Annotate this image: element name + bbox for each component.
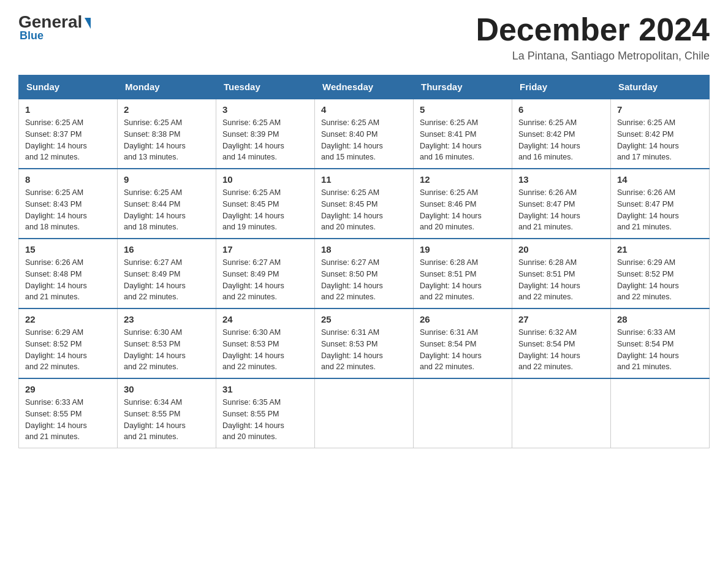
calendar-day-cell: 8 Sunrise: 6:25 AMSunset: 8:43 PMDayligh…	[19, 169, 118, 239]
day-number: 26	[420, 314, 506, 324]
calendar-day-cell: 29 Sunrise: 6:33 AMSunset: 8:55 PMDaylig…	[19, 378, 118, 448]
day-number: 11	[321, 174, 407, 185]
day-info: Sunrise: 6:30 AMSunset: 8:53 PMDaylight:…	[222, 328, 284, 371]
calendar-day-cell	[512, 378, 611, 448]
calendar-day-cell: 31 Sunrise: 6:35 AMSunset: 8:55 PMDaylig…	[216, 378, 315, 448]
day-info: Sunrise: 6:28 AMSunset: 8:51 PMDaylight:…	[518, 258, 580, 301]
calendar-day-cell: 3 Sunrise: 6:25 AMSunset: 8:39 PMDayligh…	[216, 99, 315, 169]
calendar-day-cell: 5 Sunrise: 6:25 AMSunset: 8:41 PMDayligh…	[414, 99, 512, 169]
calendar-day-cell: 30 Sunrise: 6:34 AMSunset: 8:55 PMDaylig…	[118, 378, 216, 448]
day-info: Sunrise: 6:26 AMSunset: 8:47 PMDaylight:…	[518, 188, 580, 231]
logo-subtitle: Blue	[20, 29, 44, 42]
calendar-day-cell: 24 Sunrise: 6:30 AMSunset: 8:53 PMDaylig…	[216, 308, 315, 378]
day-number: 10	[222, 174, 308, 185]
day-number: 20	[518, 244, 604, 255]
location-subtitle: La Pintana, Santiago Metropolitan, Chile	[476, 50, 710, 63]
day-number: 29	[25, 384, 111, 394]
calendar-day-cell: 23 Sunrise: 6:30 AMSunset: 8:53 PMDaylig…	[118, 308, 216, 378]
day-info: Sunrise: 6:32 AMSunset: 8:54 PMDaylight:…	[518, 328, 580, 371]
calendar-week-row: 15 Sunrise: 6:26 AMSunset: 8:48 PMDaylig…	[19, 239, 710, 308]
calendar-day-cell	[611, 378, 710, 448]
logo-triangle-icon	[85, 18, 91, 29]
weekday-header-sunday: Sunday	[19, 75, 118, 99]
day-info: Sunrise: 6:25 AMSunset: 8:42 PMDaylight:…	[617, 118, 679, 161]
calendar-day-cell: 16 Sunrise: 6:27 AMSunset: 8:49 PMDaylig…	[118, 239, 216, 308]
calendar-day-cell: 15 Sunrise: 6:26 AMSunset: 8:48 PMDaylig…	[19, 239, 118, 308]
day-number: 8	[25, 174, 111, 185]
calendar-day-cell	[414, 378, 512, 448]
day-number: 31	[222, 384, 308, 394]
calendar-day-cell: 13 Sunrise: 6:26 AMSunset: 8:47 PMDaylig…	[512, 169, 611, 239]
weekday-header-friday: Friday	[512, 75, 611, 99]
day-number: 27	[518, 314, 604, 324]
calendar-week-row: 29 Sunrise: 6:33 AMSunset: 8:55 PMDaylig…	[19, 378, 710, 448]
day-info: Sunrise: 6:25 AMSunset: 8:46 PMDaylight:…	[420, 188, 482, 231]
day-number: 15	[25, 244, 111, 255]
calendar-day-cell: 20 Sunrise: 6:28 AMSunset: 8:51 PMDaylig…	[512, 239, 611, 308]
calendar-day-cell: 17 Sunrise: 6:27 AMSunset: 8:49 PMDaylig…	[216, 239, 315, 308]
weekday-header-tuesday: Tuesday	[216, 75, 315, 99]
calendar-week-row: 22 Sunrise: 6:29 AMSunset: 8:52 PMDaylig…	[19, 308, 710, 378]
day-number: 17	[222, 244, 308, 255]
calendar-day-cell: 6 Sunrise: 6:25 AMSunset: 8:42 PMDayligh…	[512, 99, 611, 169]
day-info: Sunrise: 6:25 AMSunset: 8:42 PMDaylight:…	[518, 118, 580, 161]
day-info: Sunrise: 6:26 AMSunset: 8:47 PMDaylight:…	[617, 188, 679, 231]
day-info: Sunrise: 6:27 AMSunset: 8:50 PMDaylight:…	[321, 258, 383, 301]
day-number: 22	[25, 314, 111, 324]
calendar-day-cell: 10 Sunrise: 6:25 AMSunset: 8:45 PMDaylig…	[216, 169, 315, 239]
calendar-day-cell: 27 Sunrise: 6:32 AMSunset: 8:54 PMDaylig…	[512, 308, 611, 378]
day-info: Sunrise: 6:28 AMSunset: 8:51 PMDaylight:…	[420, 258, 482, 301]
day-info: Sunrise: 6:31 AMSunset: 8:54 PMDaylight:…	[420, 328, 482, 371]
day-info: Sunrise: 6:26 AMSunset: 8:48 PMDaylight:…	[25, 258, 87, 301]
day-number: 28	[617, 314, 703, 324]
calendar-day-cell: 1 Sunrise: 6:25 AMSunset: 8:37 PMDayligh…	[19, 99, 118, 169]
day-number: 6	[518, 104, 604, 115]
day-number: 16	[124, 244, 210, 255]
day-info: Sunrise: 6:25 AMSunset: 8:45 PMDaylight:…	[222, 188, 284, 231]
calendar-day-cell: 19 Sunrise: 6:28 AMSunset: 8:51 PMDaylig…	[414, 239, 512, 308]
day-info: Sunrise: 6:25 AMSunset: 8:38 PMDaylight:…	[124, 118, 186, 161]
weekday-header-row: SundayMondayTuesdayWednesdayThursdayFrid…	[19, 75, 710, 99]
day-number: 9	[124, 174, 210, 185]
day-number: 12	[420, 174, 506, 185]
weekday-header-saturday: Saturday	[611, 75, 710, 99]
day-info: Sunrise: 6:27 AMSunset: 8:49 PMDaylight:…	[124, 258, 186, 301]
calendar-day-cell: 22 Sunrise: 6:29 AMSunset: 8:52 PMDaylig…	[19, 308, 118, 378]
calendar-day-cell: 4 Sunrise: 6:25 AMSunset: 8:40 PMDayligh…	[315, 99, 414, 169]
day-number: 2	[124, 104, 210, 115]
day-number: 14	[617, 174, 703, 185]
day-number: 7	[617, 104, 703, 115]
day-number: 3	[222, 104, 308, 115]
day-number: 24	[222, 314, 308, 324]
calendar-day-cell: 26 Sunrise: 6:31 AMSunset: 8:54 PMDaylig…	[414, 308, 512, 378]
calendar-day-cell: 14 Sunrise: 6:26 AMSunset: 8:47 PMDaylig…	[611, 169, 710, 239]
day-number: 13	[518, 174, 604, 185]
day-info: Sunrise: 6:25 AMSunset: 8:43 PMDaylight:…	[25, 188, 87, 231]
calendar-week-row: 1 Sunrise: 6:25 AMSunset: 8:37 PMDayligh…	[19, 99, 710, 169]
calendar-day-cell: 11 Sunrise: 6:25 AMSunset: 8:45 PMDaylig…	[315, 169, 414, 239]
day-info: Sunrise: 6:27 AMSunset: 8:49 PMDaylight:…	[222, 258, 284, 301]
calendar-day-cell: 25 Sunrise: 6:31 AMSunset: 8:53 PMDaylig…	[315, 308, 414, 378]
day-info: Sunrise: 6:25 AMSunset: 8:39 PMDaylight:…	[222, 118, 284, 161]
day-info: Sunrise: 6:25 AMSunset: 8:40 PMDaylight:…	[321, 118, 383, 161]
calendar-day-cell: 21 Sunrise: 6:29 AMSunset: 8:52 PMDaylig…	[611, 239, 710, 308]
day-info: Sunrise: 6:25 AMSunset: 8:45 PMDaylight:…	[321, 188, 383, 231]
month-year-title: December 2024	[476, 12, 710, 47]
calendar-day-cell: 28 Sunrise: 6:33 AMSunset: 8:54 PMDaylig…	[611, 308, 710, 378]
day-number: 21	[617, 244, 703, 255]
day-number: 23	[124, 314, 210, 324]
day-number: 19	[420, 244, 506, 255]
calendar-day-cell: 2 Sunrise: 6:25 AMSunset: 8:38 PMDayligh…	[118, 99, 216, 169]
day-number: 4	[321, 104, 407, 115]
day-info: Sunrise: 6:29 AMSunset: 8:52 PMDaylight:…	[25, 328, 87, 371]
page-header: General Blue December 2024 La Pintana, S…	[18, 12, 710, 63]
weekday-header-monday: Monday	[118, 75, 216, 99]
weekday-header-wednesday: Wednesday	[315, 75, 414, 99]
day-info: Sunrise: 6:25 AMSunset: 8:41 PMDaylight:…	[420, 118, 482, 161]
day-info: Sunrise: 6:33 AMSunset: 8:54 PMDaylight:…	[617, 328, 679, 371]
title-block: December 2024 La Pintana, Santiago Metro…	[476, 12, 710, 63]
calendar-day-cell: 7 Sunrise: 6:25 AMSunset: 8:42 PMDayligh…	[611, 99, 710, 169]
calendar-week-row: 8 Sunrise: 6:25 AMSunset: 8:43 PMDayligh…	[19, 169, 710, 239]
day-info: Sunrise: 6:34 AMSunset: 8:55 PMDaylight:…	[124, 398, 186, 441]
day-info: Sunrise: 6:31 AMSunset: 8:53 PMDaylight:…	[321, 328, 383, 371]
